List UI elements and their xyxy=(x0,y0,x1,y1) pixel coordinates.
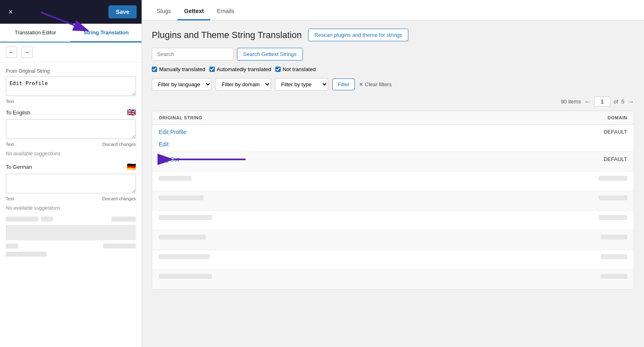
filter-dropdowns-row: Filter by language Filter by domain Filt… xyxy=(152,78,634,91)
automatedly-translated-checkbox-label[interactable]: Automatedly translated xyxy=(209,66,271,72)
search-row: Search Gettext Strings xyxy=(152,48,634,60)
rescan-button[interactable]: Rescan plugins and theme for strings xyxy=(308,29,408,41)
not-translated-text: Not translated xyxy=(283,66,316,72)
filter-domain-select[interactable]: Filter by domain xyxy=(216,78,271,91)
to-german-label: To German xyxy=(6,164,32,170)
pagination-row: 90 items ← of 5 → xyxy=(152,96,634,107)
string-log-out[interactable]: Log Out xyxy=(159,156,179,163)
nav-arrows: ← → xyxy=(0,43,142,63)
to-english-input[interactable] xyxy=(6,119,136,139)
filter-button[interactable]: Filter xyxy=(332,78,355,90)
original-string-header: ORIGINAL STRING xyxy=(159,115,202,120)
right-content: Plugins and Theme String Translation Res… xyxy=(142,20,644,347)
page-number-input[interactable] xyxy=(594,96,610,107)
to-english-label: To English xyxy=(6,110,30,116)
filter-type-select[interactable]: Filter by type xyxy=(275,78,328,91)
left-panel: × Save Translation Editor String Transla… xyxy=(0,0,142,347)
discard-english-link[interactable]: Discard changes xyxy=(102,142,136,147)
manually-translated-checkbox-label[interactable]: Manually translated xyxy=(152,66,205,72)
top-tabs: Slugs Gettext Emails xyxy=(142,0,644,20)
discard-german-link[interactable]: Discard changes xyxy=(102,196,136,201)
strings-table: ORIGINAL STRING DOMAIN Edit Profile DEFA… xyxy=(152,111,634,290)
prev-page-button[interactable]: ← xyxy=(584,98,591,105)
tab-emails[interactable]: Emails xyxy=(210,3,241,20)
not-translated-checkbox-label[interactable]: Not translated xyxy=(275,66,316,72)
domain-edit-profile: DEFAULT xyxy=(603,129,627,135)
close-button[interactable]: × xyxy=(5,6,16,18)
table-row xyxy=(152,250,634,270)
manually-translated-checkbox[interactable] xyxy=(152,67,157,72)
total-pages: 5 xyxy=(621,99,624,105)
page-title-row: Plugins and Theme String Translation Res… xyxy=(152,29,634,41)
filter-row: Manually translated Automatedly translat… xyxy=(152,66,634,72)
item-count: 90 items xyxy=(561,99,581,105)
domain-log-out: DEFAULT xyxy=(603,156,627,162)
no-suggestions-english: No available suggestions xyxy=(6,151,136,157)
to-german-header: To German 🇩🇪 xyxy=(6,162,136,171)
blurred-section xyxy=(6,217,136,257)
next-page-button[interactable]: → xyxy=(628,98,634,105)
automatedly-translated-text: Automatedly translated xyxy=(217,66,271,72)
right-panel: Slugs Gettext Emails Plugins and Theme S… xyxy=(142,0,644,347)
from-original-label: From Original String xyxy=(6,68,136,74)
table-row: Edit Profile DEFAULT Edit xyxy=(152,125,634,152)
automatedly-translated-checkbox[interactable] xyxy=(209,67,215,72)
search-input[interactable] xyxy=(152,48,234,60)
from-original-type: Text xyxy=(6,99,14,104)
page-title-text: Plugins and Theme String Translation xyxy=(152,30,302,40)
prev-arrow-button[interactable]: ← xyxy=(6,47,17,58)
table-row xyxy=(152,211,634,231)
from-original-input[interactable]: Edit Profile xyxy=(6,76,136,96)
tab-translation-editor[interactable]: Translation Editor xyxy=(0,24,71,43)
table-row: Log Out DEFAULT xyxy=(152,152,634,172)
left-tabs: Translation Editor String Translation xyxy=(0,24,142,43)
domain-header: DOMAIN xyxy=(608,115,627,120)
not-translated-checkbox[interactable] xyxy=(275,67,281,72)
to-german-type: Text xyxy=(6,196,14,201)
left-content: From Original String Edit Profile Text T… xyxy=(0,63,142,347)
clear-filters-button[interactable]: ✕ Clear filters xyxy=(359,81,392,87)
of-pages-text: of xyxy=(614,99,618,105)
table-row xyxy=(152,172,634,191)
save-button[interactable]: Save xyxy=(108,5,137,18)
table-row xyxy=(152,191,634,211)
table-header: ORIGINAL STRING DOMAIN xyxy=(152,111,634,125)
german-flag: 🇩🇪 xyxy=(127,162,136,171)
manually-translated-text: Manually translated xyxy=(159,66,205,72)
english-flag: 🇬🇧 xyxy=(127,108,136,117)
no-suggestions-german: No available suggestions xyxy=(6,205,136,211)
tab-slugs[interactable]: Slugs xyxy=(150,3,178,20)
next-arrow-button[interactable]: → xyxy=(21,47,33,58)
tab-gettext[interactable]: Gettext xyxy=(178,3,210,20)
string-edit-profile[interactable]: Edit Profile xyxy=(159,129,187,135)
table-row xyxy=(152,231,634,250)
filter-language-select[interactable]: Filter by language xyxy=(152,78,212,91)
to-english-header: To English 🇬🇧 xyxy=(6,108,136,117)
top-bar: × Save xyxy=(0,0,142,24)
table-row xyxy=(152,270,634,289)
search-gettext-button[interactable]: Search Gettext Strings xyxy=(237,48,303,60)
tab-string-translation[interactable]: String Translation xyxy=(71,24,142,43)
sub-link-edit[interactable]: Edit xyxy=(159,141,169,148)
to-german-input[interactable] xyxy=(6,174,136,193)
to-english-type: Text xyxy=(6,142,14,147)
